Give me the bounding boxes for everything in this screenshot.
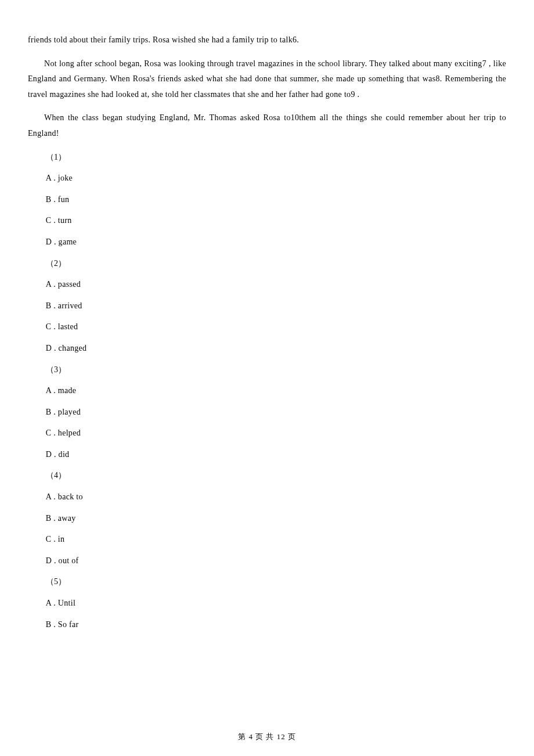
- option-2B: B . arrived: [46, 298, 506, 314]
- paragraph-3: When the class began studying England, M…: [28, 110, 506, 141]
- option-4C: C . in: [46, 532, 506, 548]
- paragraph-2: Not long after school began, Rosa was lo…: [28, 56, 506, 103]
- option-4B: B . away: [46, 511, 506, 527]
- question-number-5: （5）: [46, 574, 506, 590]
- option-2D: D . changed: [46, 341, 506, 357]
- option-5B: B . So far: [46, 617, 506, 633]
- question-number-1: （1）: [46, 150, 506, 165]
- page-footer: 第 4 页 共 12 页: [0, 730, 534, 744]
- option-1B: B . fun: [46, 192, 506, 208]
- option-4D: D . out of: [46, 553, 506, 569]
- option-3D: D . did: [46, 447, 506, 463]
- question-number-4: （4）: [46, 468, 506, 484]
- option-3B: B . played: [46, 405, 506, 420]
- option-2A: A . passed: [46, 277, 506, 293]
- option-3A: A . made: [46, 383, 506, 399]
- questions-block: （1） A . joke B . fun C . turn D . game （…: [46, 150, 506, 633]
- paragraph-1: friends told about their family trips. R…: [28, 33, 506, 48]
- option-1A: A . joke: [46, 171, 506, 186]
- option-5A: A . Until: [46, 596, 506, 611]
- option-2C: C . lasted: [46, 319, 506, 335]
- option-1C: C . turn: [46, 213, 506, 229]
- page: friends told about their family trips. R…: [0, 0, 534, 756]
- question-number-3: （3）: [46, 362, 506, 378]
- question-number-2: （2）: [46, 256, 506, 272]
- option-1D: D . game: [46, 235, 506, 250]
- option-4A: A . back to: [46, 489, 506, 505]
- option-3C: C . helped: [46, 426, 506, 441]
